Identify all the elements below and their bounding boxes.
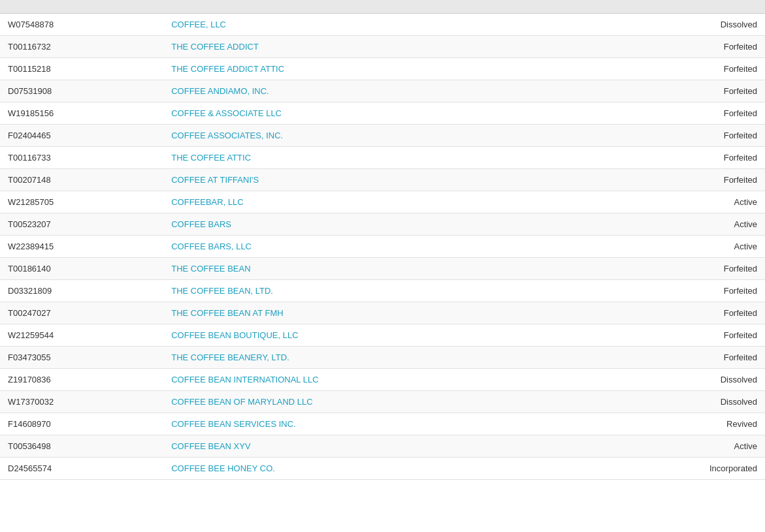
dept-id-cell: T00116732 (0, 36, 163, 58)
business-name-cell[interactable]: COFFEE ANDIAMO, INC. (163, 80, 596, 102)
table-row: T00207148COFFEE AT TIFFANI'SForfeited (0, 169, 765, 191)
business-name-cell[interactable]: COFFEE, LLC (163, 14, 596, 36)
col-header-status (596, 0, 765, 14)
business-name-link[interactable]: COFFEE BEAN OF MARYLAND LLC (171, 397, 312, 407)
business-name-link[interactable]: THE COFFEE ADDICT ATTIC (171, 64, 284, 74)
table-row: F03473055THE COFFEE BEANERY, LTD.Forfeit… (0, 347, 765, 369)
dept-id-cell: F03473055 (0, 347, 163, 369)
table-row: D24565574COFFEE BEE HONEY CO.Incorporate… (0, 458, 765, 480)
status-cell: Forfeited (596, 324, 765, 347)
status-cell: Forfeited (596, 302, 765, 324)
business-name-link[interactable]: THE COFFEE BEAN, LTD. (171, 286, 273, 296)
table-row: W22389415COFFEE BARS, LLCActive (0, 236, 765, 258)
status-cell: Incorporated (596, 458, 765, 480)
status-cell: Forfeited (596, 147, 765, 169)
business-name-cell[interactable]: COFFEE ASSOCIATES, INC. (163, 125, 596, 147)
business-name-link[interactable]: COFFEE BEAN XYV (171, 441, 250, 451)
business-name-link[interactable]: THE COFFEE BEAN (171, 264, 250, 274)
business-name-link[interactable]: THE COFFEE ATTIC (171, 153, 251, 163)
table-row: W21259544COFFEE BEAN BOUTIQUE, LLCForfei… (0, 324, 765, 347)
business-name-link[interactable]: COFFEE BEAN INTERNATIONAL LLC (171, 375, 318, 384)
business-name-cell[interactable]: COFFEE BEAN INTERNATIONAL LLC (163, 369, 596, 391)
table-row: T00536498COFFEE BEAN XYVActive (0, 435, 765, 458)
status-cell: Active (596, 191, 765, 213)
table-row: Z19170836COFFEE BEAN INTERNATIONAL LLCDi… (0, 369, 765, 391)
business-name-cell[interactable]: THE COFFEE ADDICT ATTIC (163, 58, 596, 80)
business-name-cell[interactable]: THE COFFEE BEAN AT FMH (163, 302, 596, 324)
status-cell: Active (596, 236, 765, 258)
table-row: T00523207COFFEE BARSActive (0, 213, 765, 236)
business-name-cell[interactable]: THE COFFEE BEANERY, LTD. (163, 347, 596, 369)
status-cell: Dissolved (596, 14, 765, 36)
status-cell: Forfeited (596, 347, 765, 369)
business-name-link[interactable]: THE COFFEE ADDICT (171, 42, 259, 52)
status-cell: Active (596, 435, 765, 458)
business-name-link[interactable]: COFFEE BEAN SERVICES INC. (171, 419, 295, 429)
dept-id-cell: T00186140 (0, 258, 163, 280)
status-cell: Forfeited (596, 80, 765, 102)
business-name-link[interactable]: COFFEEBAR, LLC (171, 197, 244, 207)
business-table: W07548878COFFEE, LLCDissolvedT00116732TH… (0, 0, 765, 480)
table-row: W07548878COFFEE, LLCDissolved (0, 14, 765, 36)
dept-id-cell: T00115218 (0, 58, 163, 80)
table-row: F14608970COFFEE BEAN SERVICES INC.Revive… (0, 413, 765, 435)
table-row: D07531908COFFEE ANDIAMO, INC.Forfeited (0, 80, 765, 102)
status-cell: Dissolved (596, 369, 765, 391)
business-name-link[interactable]: COFFEE BARS (171, 219, 231, 229)
dept-id-cell: T00536498 (0, 435, 163, 458)
business-name-cell[interactable]: COFFEEBAR, LLC (163, 191, 596, 213)
dept-id-cell: W17370032 (0, 391, 163, 413)
dept-id-cell: W21285705 (0, 191, 163, 213)
table-row: T00116733THE COFFEE ATTICForfeited (0, 147, 765, 169)
business-name-link[interactable]: COFFEE & ASSOCIATE LLC (171, 108, 282, 118)
status-cell: Revived (596, 413, 765, 435)
dept-id-cell: F02404465 (0, 125, 163, 147)
dept-id-cell: T00523207 (0, 213, 163, 236)
table-row: W19185156COFFEE & ASSOCIATE LLCForfeited (0, 102, 765, 125)
table-row: W17370032COFFEE BEAN OF MARYLAND LLCDiss… (0, 391, 765, 413)
table-header-row (0, 0, 765, 14)
business-name-link[interactable]: COFFEE ANDIAMO, INC. (171, 86, 269, 96)
business-name-cell[interactable]: COFFEE BEAN BOUTIQUE, LLC (163, 324, 596, 347)
business-name-cell[interactable]: THE COFFEE ATTIC (163, 147, 596, 169)
business-name-link[interactable]: COFFEE ASSOCIATES, INC. (171, 131, 283, 140)
table-row: F02404465COFFEE ASSOCIATES, INC.Forfeite… (0, 125, 765, 147)
business-name-cell[interactable]: COFFEE BEE HONEY CO. (163, 458, 596, 480)
dept-id-cell: F14608970 (0, 413, 163, 435)
business-name-cell[interactable]: THE COFFEE BEAN, LTD. (163, 280, 596, 302)
status-cell: Forfeited (596, 258, 765, 280)
dept-id-cell: W07548878 (0, 14, 163, 36)
dept-id-cell: D03321809 (0, 280, 163, 302)
business-name-link[interactable]: THE COFFEE BEANERY, LTD. (171, 352, 289, 362)
col-header-business-name (163, 0, 596, 14)
business-name-cell[interactable]: COFFEE AT TIFFANI'S (163, 169, 596, 191)
dept-id-cell: W19185156 (0, 102, 163, 125)
status-cell: Forfeited (596, 58, 765, 80)
business-name-link[interactable]: COFFEE, LLC (171, 20, 226, 29)
dept-id-cell: T00247027 (0, 302, 163, 324)
status-cell: Active (596, 213, 765, 236)
business-name-cell[interactable]: COFFEE BEAN OF MARYLAND LLC (163, 391, 596, 413)
business-name-cell[interactable]: THE COFFEE ADDICT (163, 36, 596, 58)
business-name-link[interactable]: COFFEE BEAN BOUTIQUE, LLC (171, 330, 298, 340)
business-name-link[interactable]: COFFEE AT TIFFANI'S (171, 175, 259, 185)
table-row: T00247027THE COFFEE BEAN AT FMHForfeited (0, 302, 765, 324)
business-name-link[interactable]: COFFEE BEE HONEY CO. (171, 463, 275, 473)
business-name-link[interactable]: THE COFFEE BEAN AT FMH (171, 308, 283, 318)
business-name-cell[interactable]: THE COFFEE BEAN (163, 258, 596, 280)
status-cell: Forfeited (596, 102, 765, 125)
status-cell: Forfeited (596, 280, 765, 302)
business-name-cell[interactable]: COFFEE BEAN SERVICES INC. (163, 413, 596, 435)
business-name-cell[interactable]: COFFEE BEAN XYV (163, 435, 596, 458)
status-cell: Forfeited (596, 169, 765, 191)
business-name-link[interactable]: COFFEE BARS, LLC (171, 242, 252, 251)
status-cell: Dissolved (596, 391, 765, 413)
business-name-cell[interactable]: COFFEE & ASSOCIATE LLC (163, 102, 596, 125)
dept-id-cell: Z19170836 (0, 369, 163, 391)
business-name-cell[interactable]: COFFEE BARS, LLC (163, 236, 596, 258)
dept-id-cell: W21259544 (0, 324, 163, 347)
dept-id-cell: T00116733 (0, 147, 163, 169)
business-name-cell[interactable]: COFFEE BARS (163, 213, 596, 236)
table-row: W21285705COFFEEBAR, LLCActive (0, 191, 765, 213)
status-cell: Forfeited (596, 125, 765, 147)
